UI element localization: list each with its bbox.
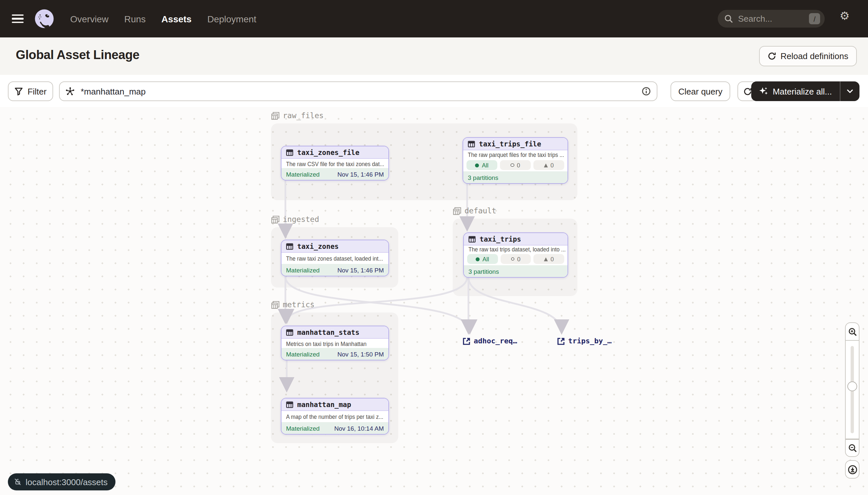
zoom-in-button[interactable] bbox=[845, 322, 860, 340]
asset-name: taxi_zones bbox=[297, 242, 339, 250]
asset-selection-input[interactable] bbox=[79, 86, 642, 97]
dagster-logo[interactable] bbox=[34, 8, 54, 29]
zoom-out-icon bbox=[848, 444, 856, 452]
hamburger-menu-icon[interactable] bbox=[12, 14, 24, 23]
table-icon bbox=[468, 235, 476, 243]
external-link-icon bbox=[463, 337, 471, 345]
zoom-slider[interactable] bbox=[845, 340, 860, 439]
partition-chip-materialized[interactable]: All bbox=[467, 254, 498, 264]
circle-icon bbox=[510, 164, 514, 167]
table-icon bbox=[286, 149, 293, 156]
asset-name: taxi_trips bbox=[480, 235, 521, 243]
settings-gear-icon[interactable]: ⚙ bbox=[840, 11, 850, 22]
nav-item-assets[interactable]: Assets bbox=[161, 14, 192, 24]
materialized-status: Materialized bbox=[286, 350, 320, 357]
materialized-timestamp: Nov 15, 1:46 PM bbox=[337, 170, 384, 177]
triangle-icon bbox=[544, 257, 548, 261]
nav-item-overview[interactable]: Overview bbox=[70, 14, 109, 24]
asset-node-taxi-zones[interactable]: taxi_zones The raw taxi zones dataset, l… bbox=[281, 240, 389, 276]
global-search[interactable]: Search... / bbox=[718, 10, 825, 28]
asset-name: taxi_trips_file bbox=[479, 140, 541, 148]
asset-description: The raw parquet files for the taxi trips… bbox=[463, 150, 568, 159]
table-icon bbox=[286, 401, 293, 408]
reload-definitions-label: Reload definitions bbox=[780, 51, 848, 61]
asset-description: Metrics on taxi trips in Manhattan bbox=[281, 339, 388, 348]
nav-item-runs[interactable]: Runs bbox=[124, 14, 146, 24]
octopus-logo-icon bbox=[34, 8, 54, 29]
sparkle-icon bbox=[759, 87, 768, 96]
zoom-out-button[interactable] bbox=[845, 439, 860, 457]
materialized-status: Materialized bbox=[286, 170, 320, 177]
funnel-icon bbox=[14, 87, 23, 96]
materialized-status: Materialized bbox=[286, 424, 320, 432]
filter-button[interactable]: Filter bbox=[8, 81, 53, 101]
browser-url-badge: localhost:3000/assets bbox=[8, 473, 116, 490]
page-header: Global Asset Lineage Reload definitions bbox=[0, 37, 868, 75]
table-icon bbox=[286, 243, 293, 250]
partition-chip-materialized[interactable]: All bbox=[466, 160, 497, 170]
lock-slash-icon bbox=[14, 478, 22, 486]
group-label-metrics: metrics bbox=[271, 300, 315, 309]
materialized-timestamp: Nov 15, 1:46 PM bbox=[337, 266, 384, 273]
nav-item-deployment[interactable]: Deployment bbox=[207, 14, 256, 24]
asset-description: The raw CSV file for the taxi zones dat.… bbox=[281, 159, 388, 168]
materialize-dropdown-caret[interactable] bbox=[840, 89, 860, 93]
search-icon bbox=[724, 14, 733, 23]
materialized-timestamp: Nov 16, 10:14 AM bbox=[334, 424, 384, 432]
materialize-all-button[interactable]: Materialize all... bbox=[751, 81, 860, 101]
clear-query-button[interactable]: Clear query bbox=[671, 81, 730, 101]
asset-node-taxi-trips[interactable]: taxi_trips The raw taxi trips dataset, l… bbox=[463, 233, 568, 278]
asset-description: The raw taxi zones dataset, loaded int..… bbox=[281, 253, 388, 264]
external-link-icon bbox=[557, 337, 565, 345]
filter-label: Filter bbox=[28, 86, 47, 96]
group-table-icon bbox=[271, 300, 280, 309]
asset-node-taxi-trips-file[interactable]: taxi_trips_file The raw parquet files fo… bbox=[463, 137, 568, 184]
clear-query-label: Clear query bbox=[678, 86, 722, 96]
asset-name: taxi_zones_file bbox=[297, 148, 359, 156]
asset-node-taxi-zones-file[interactable]: taxi_zones_file The raw CSV file for the… bbox=[281, 146, 389, 181]
top-navbar: Overview Runs Assets Deployment Search..… bbox=[0, 0, 868, 37]
asset-description: A map of the number of trips per taxi z.… bbox=[281, 411, 388, 422]
group-table-icon bbox=[271, 215, 280, 224]
zoom-slider-handle[interactable] bbox=[847, 381, 857, 391]
partition-chip-failed[interactable]: 0 bbox=[534, 254, 564, 264]
lineage-canvas[interactable]: raw_files ingested default me bbox=[0, 107, 868, 495]
group-label-default: default bbox=[453, 206, 496, 215]
lineage-edges bbox=[0, 107, 868, 495]
search-shortcut-badge: / bbox=[809, 13, 820, 24]
materialized-timestamp: Nov 15, 1:50 PM bbox=[337, 350, 384, 357]
circle-icon bbox=[511, 257, 515, 261]
partition-chip-failed[interactable]: 0 bbox=[533, 160, 564, 170]
search-placeholder: Search... bbox=[738, 14, 809, 24]
external-asset-trips-by[interactable]: trips_by_… bbox=[557, 337, 612, 345]
materialize-all-label: Materialize all... bbox=[773, 86, 832, 96]
refresh-icon bbox=[743, 87, 751, 96]
download-image-button[interactable] bbox=[845, 460, 860, 479]
download-icon bbox=[847, 464, 857, 474]
asset-node-manhattan-stats[interactable]: manhattan_stats Metrics on taxi trips in… bbox=[281, 326, 389, 360]
partition-chip-missing[interactable]: 0 bbox=[500, 254, 531, 264]
refresh-icon bbox=[767, 52, 776, 61]
lineage-toolbar: Filter Clear query bbox=[0, 75, 868, 108]
reload-definitions-button[interactable]: Reload definitions bbox=[759, 46, 857, 66]
group-label-raw-files: raw_files bbox=[271, 111, 324, 120]
info-icon[interactable] bbox=[642, 87, 651, 96]
nav-links: Overview Runs Assets Deployment bbox=[70, 14, 256, 24]
partition-health-row: All 0 0 bbox=[463, 159, 568, 171]
group-table-icon bbox=[453, 206, 461, 215]
external-asset-adhoc-request[interactable]: adhoc_req… bbox=[463, 337, 517, 345]
group-label-ingested: ingested bbox=[271, 215, 319, 224]
chevron-down-icon bbox=[847, 89, 853, 93]
partition-health-row: All 0 0 bbox=[464, 253, 568, 265]
asset-name: manhattan_map bbox=[297, 400, 351, 408]
zoom-in-icon bbox=[848, 327, 856, 336]
triangle-icon bbox=[544, 163, 548, 167]
partitions-count: 3 partitions bbox=[464, 265, 568, 277]
page-title: Global Asset Lineage bbox=[16, 48, 139, 62]
table-icon bbox=[468, 140, 475, 148]
asset-node-manhattan-map[interactable]: manhattan_map A map of the number of tri… bbox=[281, 398, 389, 434]
asset-description: The raw taxi trips dataset, loaded into … bbox=[464, 245, 568, 253]
partition-chip-missing[interactable]: 0 bbox=[500, 160, 531, 170]
group-table-icon bbox=[271, 111, 280, 120]
dot-icon bbox=[476, 257, 480, 261]
